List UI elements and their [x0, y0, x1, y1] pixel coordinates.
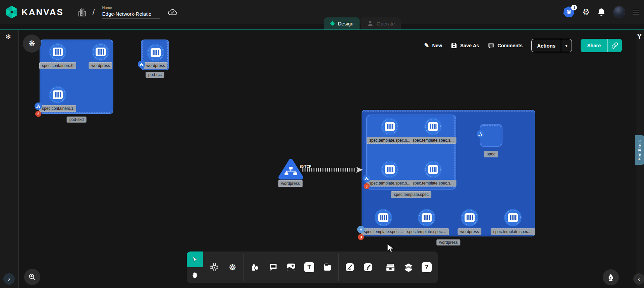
node-label: spec.template.spec.s... — [367, 137, 413, 144]
design-name-input[interactable] — [102, 10, 160, 18]
container-node[interactable] — [418, 209, 435, 226]
network-badge-icon[interactable] — [35, 102, 42, 110]
kubernetes-wheel-icon: ☸ — [228, 263, 236, 272]
node-label: wordpress — [458, 228, 481, 235]
hamburger-menu-icon[interactable] — [633, 10, 639, 14]
kubernetes-tool-button[interactable]: ☸ — [225, 260, 240, 275]
validate-pen-button[interactable] — [603, 269, 619, 285]
breadcrumb-slash: / — [93, 7, 95, 17]
k8s-context-button[interactable]: ☸ 1 — [563, 6, 575, 18]
expand-left-panel-button[interactable]: › — [3, 273, 15, 285]
comments-button[interactable]: Comments — [488, 43, 523, 49]
y-logo[interactable]: Y — [637, 32, 642, 41]
meshery-spiral-icon[interactable]: ✻ — [5, 33, 11, 41]
feedback-tab[interactable]: Feedback — [635, 135, 644, 165]
node-label: spec.template.spec.... — [405, 228, 449, 235]
new-button[interactable]: ✎ New — [424, 42, 442, 49]
mouse-cursor — [386, 243, 395, 253]
tab-design[interactable]: ❋ Design — [324, 17, 360, 29]
text-tool-icon: T — [304, 262, 314, 272]
tab-operate[interactable]: Operate — [361, 17, 401, 29]
container-node[interactable] — [504, 209, 522, 226]
actions-label: Actions — [532, 39, 561, 52]
drawer-icon — [386, 263, 395, 272]
notifications-bell-icon[interactable] — [597, 7, 606, 17]
service-node[interactable] — [278, 158, 304, 180]
text-tool-button[interactable]: T — [302, 260, 317, 275]
pan-tool-button[interactable] — [187, 267, 203, 283]
group-deployment-wordpress[interactable]: spec.template.spec.s... spec.template.sp… — [362, 110, 535, 236]
actions-dropdown-button[interactable]: Actions ▾ — [531, 39, 572, 52]
logo-text: KANVAS — [21, 7, 64, 17]
note-tool-button[interactable] — [320, 260, 335, 275]
container-node[interactable] — [92, 43, 109, 61]
group-label-pod-skd: pod-skd — [67, 117, 87, 123]
comment-tool-button[interactable] — [265, 260, 281, 275]
container-node[interactable] — [147, 44, 164, 61]
group-pod-rcc[interactable]: wordpress — [141, 40, 169, 70]
help-tool-button[interactable]: ? — [419, 260, 434, 275]
canvas-toolbar: ☸ T — [187, 251, 438, 283]
actions-caret-icon[interactable]: ▾ — [561, 39, 572, 52]
snowflake-icon: ❋ — [29, 39, 35, 48]
hand-icon — [191, 272, 199, 279]
kanvas-logo[interactable]: KANVAS — [5, 5, 64, 19]
container-node[interactable] — [49, 43, 66, 61]
container-node[interactable] — [49, 86, 66, 103]
chevron-right-icon: › — [8, 275, 10, 283]
cursor-tool-button[interactable] — [187, 251, 203, 267]
network-badge-icon[interactable] — [477, 130, 484, 138]
drawer-tool-button[interactable] — [383, 260, 398, 275]
edge-pen-tool-button[interactable] — [342, 260, 358, 275]
circuit-icon — [210, 263, 219, 272]
count-badge[interactable]: 3 — [364, 183, 370, 189]
share-label: Share — [581, 39, 607, 52]
freehand-tool-button[interactable] — [360, 260, 376, 275]
image-tool-button[interactable] — [283, 260, 299, 275]
count-badge[interactable]: 2 — [35, 111, 41, 117]
group-spec-template-spec[interactable]: spec.template.spec.s... spec.template.sp… — [366, 115, 456, 190]
collapse-right-panel-button[interactable]: ‹ — [633, 273, 644, 285]
cluster-fab-button[interactable]: ❋ — [23, 34, 41, 53]
meshery-badge-icon[interactable]: ✻ — [357, 226, 365, 233]
network-badge-icon[interactable] — [363, 175, 370, 182]
service-label: wordpress — [278, 180, 303, 187]
shapes-tool-button[interactable] — [247, 260, 263, 275]
container-node[interactable] — [424, 161, 442, 178]
group-label-deployment: wordpress — [436, 239, 460, 245]
container-node[interactable] — [375, 209, 392, 226]
app-header: KANVAS / Name ☸ 1 ⚙ — [0, 0, 644, 24]
settings-gear-icon[interactable]: ⚙ — [582, 8, 590, 16]
cursor-icon — [191, 256, 199, 263]
image-icon — [286, 263, 296, 272]
pen-path-icon — [345, 263, 355, 272]
misc-tools: ? — [379, 251, 438, 283]
context-count-badge: 1 — [571, 5, 577, 10]
node-label: spec.template.spec.... — [361, 228, 406, 235]
network-badge-icon[interactable] — [138, 61, 145, 68]
share-button[interactable]: Share — [581, 39, 622, 52]
pencil-scribble-icon — [363, 263, 373, 272]
tab-design-label: Design — [338, 21, 354, 26]
feedback-label: Feedback — [637, 140, 642, 160]
tab-underline — [0, 29, 644, 30]
container-node[interactable] — [381, 161, 398, 178]
name-field-label: Name — [102, 6, 160, 10]
group-pod-skd[interactable]: spec.containers.0 wordpress spec.contain… — [40, 40, 113, 114]
node-spec[interactable] — [480, 124, 502, 147]
comment-icon — [488, 43, 494, 49]
container-node[interactable] — [381, 118, 398, 135]
node-label: spec.containers.0 — [39, 62, 76, 69]
zoom-button[interactable] — [24, 269, 40, 285]
container-node[interactable] — [461, 209, 478, 226]
count-badge[interactable]: 3 — [358, 234, 364, 240]
components-tool-button[interactable] — [207, 260, 222, 275]
copy-link-icon[interactable] — [607, 39, 622, 52]
save-as-button[interactable]: Save As — [451, 43, 479, 49]
user-avatar[interactable] — [613, 6, 625, 18]
layers-tool-button[interactable] — [401, 260, 416, 275]
container-node[interactable] — [424, 118, 442, 135]
node-label: wordpress — [89, 62, 112, 69]
node-label: spec.template.spec.s... — [410, 180, 457, 187]
organization-icon[interactable] — [78, 7, 87, 17]
